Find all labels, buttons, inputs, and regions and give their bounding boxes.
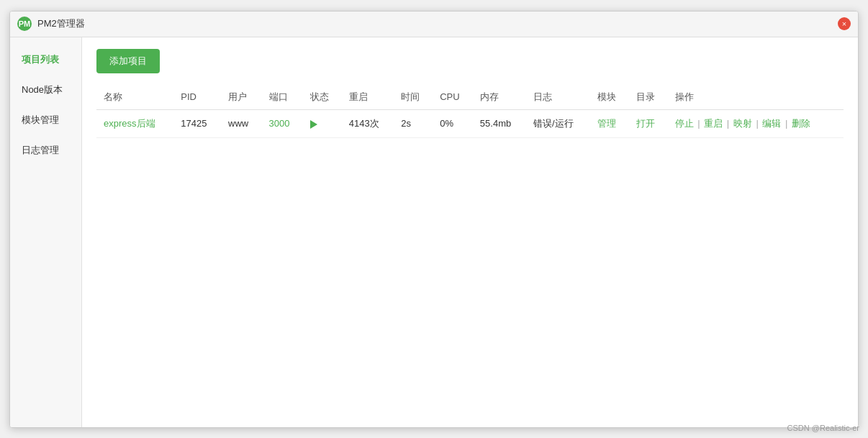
action-map[interactable]: 映射 [733,118,752,129]
col-header-restarts: 重启 [342,85,394,110]
main-content: 添加项目 名称 PID 用户 端口 状态 重启 时间 CPU 内存 日志 模块 [82,37,858,427]
sep2: | [727,118,732,129]
watermark: CSDN @Realistic-er [787,424,859,432]
status-play-icon [310,120,317,129]
cell-module: 管理 [590,109,629,137]
action-edit[interactable]: 编辑 [762,118,781,129]
sidebar-item-node-version[interactable]: Node版本 [10,75,81,105]
module-manage-link[interactable]: 管理 [597,118,616,129]
col-header-memory: 内存 [473,85,526,110]
col-header-user: 用户 [221,85,261,110]
cell-status [303,109,342,137]
cell-cpu: 0% [433,109,473,137]
action-delete[interactable]: 删除 [792,118,810,129]
col-header-actions: 操作 [668,85,844,110]
app-icon: PM [17,17,32,31]
cell-actions: 停止 | 重启 | 映射 | 编辑 | 删除 [668,109,844,137]
col-header-dir: 目录 [629,85,668,110]
col-header-log: 日志 [526,85,590,110]
sidebar-item-log-manage[interactable]: 日志管理 [10,135,81,165]
cell-restarts: 4143次 [342,109,394,137]
port-value: 3000 [269,118,290,129]
cell-dir: 打开 [629,109,668,137]
col-header-pid: PID [173,85,221,110]
cell-time: 2s [394,109,433,137]
cell-port: 3000 [262,109,303,137]
close-button[interactable]: × [838,17,851,30]
cell-pid: 17425 [173,109,221,137]
col-header-cpu: CPU [433,85,473,110]
cell-log: 错误/运行 [526,109,590,137]
action-restart[interactable]: 重启 [704,118,723,129]
project-table: 名称 PID 用户 端口 状态 重启 时间 CPU 内存 日志 模块 目录 操作 [96,85,844,138]
cell-memory: 55.4mb [473,109,526,137]
sidebar: 项目列表 Node版本 模块管理 日志管理 [10,37,82,427]
action-stop[interactable]: 停止 [675,118,694,129]
app-body: 项目列表 Node版本 模块管理 日志管理 添加项目 名称 PID 用户 端口 … [10,37,858,427]
col-header-name: 名称 [96,85,173,110]
cell-user: www [221,109,261,137]
col-header-status: 状态 [303,85,342,110]
col-header-port: 端口 [262,85,303,110]
sidebar-item-project-list[interactable]: 项目列表 [10,45,81,75]
table-header-row: 名称 PID 用户 端口 状态 重启 时间 CPU 内存 日志 模块 目录 操作 [96,85,844,110]
app-window: PM PM2管理器 × 项目列表 Node版本 模块管理 日志管理 添加项目 名… [9,11,859,428]
app-title: PM2管理器 [37,17,85,30]
table-row: express后端 17425 www 3000 4143次 2s 0% [96,109,844,137]
col-header-module: 模块 [590,85,629,110]
sep4: | [785,118,790,129]
titlebar: PM PM2管理器 × [10,12,858,37]
add-project-button[interactable]: 添加项目 [96,49,160,73]
dir-open-link[interactable]: 打开 [636,118,655,129]
cell-name: express后端 [96,109,173,137]
sidebar-item-module-manage[interactable]: 模块管理 [10,105,81,135]
app-icon-label: PM [19,19,31,28]
project-name-link[interactable]: express后端 [104,118,155,129]
sep3: | [756,118,761,129]
sep1: | [697,118,702,129]
col-header-time: 时间 [394,85,433,110]
